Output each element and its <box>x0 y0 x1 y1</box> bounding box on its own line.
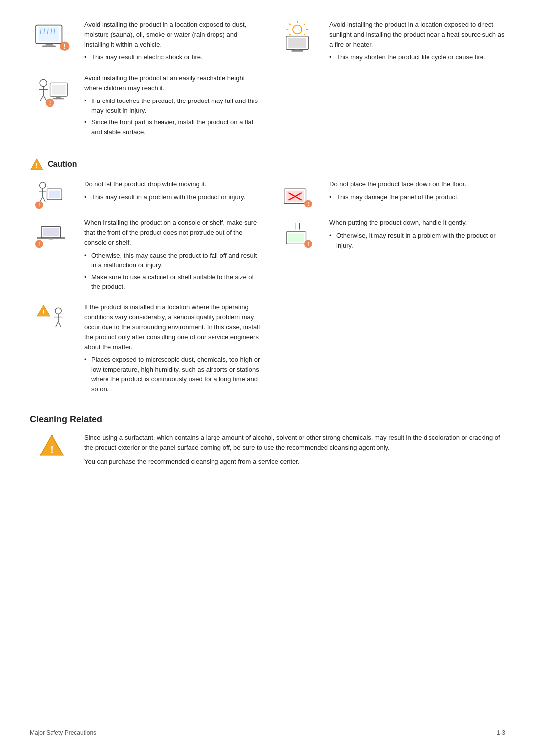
svg-point-22 <box>293 25 302 34</box>
avoid-sunlight-main: Avoid installing the product in a locati… <box>329 20 505 50</box>
svg-rect-8 <box>42 45 56 47</box>
console-icon: ! <box>35 218 69 248</box>
cleaning-block: ! Since using a surfactant, which contai… <box>30 433 505 466</box>
svg-text:!: ! <box>43 309 45 315</box>
top-two-col: ! Avoid installing the product in a loca… <box>30 20 505 148</box>
avoid-sunlight-bullet-0: This may shorten the product life cycle … <box>329 52 505 62</box>
cleaning-icon-area: ! <box>30 433 74 466</box>
operating-text: If the product is installed in a locatio… <box>84 302 260 396</box>
page-content: ! Avoid installing the product in a loca… <box>30 20 505 467</box>
svg-rect-1 <box>38 27 59 41</box>
col-right-top: Avoid installing the product in a locati… <box>275 20 505 148</box>
svg-rect-42 <box>49 191 60 198</box>
avoid-dust-bullet-0: This may result in electric shock or fir… <box>84 52 260 62</box>
avoid-sunlight-icon-area <box>275 20 320 64</box>
svg-text:!: ! <box>64 43 66 50</box>
svg-line-27 <box>289 24 291 25</box>
footer-left: Major Safety Precautions <box>30 729 96 736</box>
face-down-text: Do not place the product face down on th… <box>329 179 505 209</box>
cleaning-main: Since using a surfactant, which contains… <box>84 433 505 453</box>
console-main: When installing the product on a console… <box>84 218 260 248</box>
avoid-children-icon-area: ! <box>30 73 74 139</box>
svg-rect-7 <box>46 44 53 46</box>
svg-line-29 <box>289 34 291 35</box>
console-bullets: Otherwise, this may cause the product to… <box>84 251 260 292</box>
svg-rect-65 <box>288 234 304 243</box>
drop-bullet-0: This may result in a problem with the pr… <box>84 192 260 202</box>
avoid-sunlight-bullets: This may shorten the product life cycle … <box>329 52 505 62</box>
caution-two-col: ! Do not let the product drop while movi… <box>30 179 505 404</box>
svg-line-56 <box>56 321 58 327</box>
avoid-dust-main: Avoid installing the product in a locati… <box>84 20 260 50</box>
face-down-bullet-0: This may damage the panel of the product… <box>329 192 505 202</box>
svg-point-11 <box>40 79 47 86</box>
drop-icon-area: ! <box>30 179 74 209</box>
console-icon-area: ! <box>30 218 74 293</box>
svg-line-14 <box>40 95 43 101</box>
cleaning-extra: You can purchase the recommended cleansi… <box>84 457 505 467</box>
avoid-dust-icon: ! <box>32 20 72 54</box>
operating-main: If the product is installed in a locatio… <box>84 302 260 353</box>
caution-title: Caution <box>48 160 77 169</box>
svg-point-36 <box>40 182 46 188</box>
avoid-sunlight-icon <box>277 20 317 54</box>
avoid-dust-bullets: This may result in electric shock or fir… <box>84 52 260 62</box>
svg-rect-31 <box>288 38 306 48</box>
svg-rect-19 <box>54 98 64 100</box>
svg-text:!: ! <box>307 241 309 247</box>
svg-text:!: ! <box>38 241 40 247</box>
svg-rect-48 <box>49 238 53 240</box>
avoid-sunlight-block: Avoid installing the product in a locati… <box>275 20 505 64</box>
avoid-children-block: ! Avoid installing the product at an eas… <box>30 73 260 139</box>
face-down-main: Do not place the product face down on th… <box>329 179 505 189</box>
drop-block: ! Do not let the product drop while movi… <box>30 179 260 209</box>
gently-text: When putting the product down, handle it… <box>329 218 505 252</box>
avoid-children-bullet-1: Since the front part is heavier, install… <box>84 117 260 137</box>
caution-triangle-icon: ! <box>30 157 44 171</box>
svg-line-57 <box>58 321 61 327</box>
svg-rect-47 <box>43 228 59 236</box>
caution-col-right: ! Do not place the product face down on … <box>275 179 505 404</box>
face-down-bullets: This may damage the panel of the product… <box>329 192 505 202</box>
svg-line-15 <box>43 95 46 101</box>
gently-icon-area: ! <box>275 218 320 252</box>
console-bullet-0: Otherwise, this may cause the product to… <box>84 251 260 270</box>
svg-rect-18 <box>56 96 61 98</box>
col-left-top: ! Avoid installing the product in a loca… <box>30 20 260 148</box>
drop-text: Do not let the product drop while moving… <box>84 179 260 209</box>
svg-line-26 <box>304 34 305 35</box>
face-down-block: ! Do not place the product face down on … <box>275 179 505 209</box>
avoid-children-icon: ! <box>32 73 72 108</box>
svg-rect-33 <box>291 50 303 52</box>
cleaning-warn-icon: ! <box>40 433 64 457</box>
svg-rect-17 <box>52 85 65 95</box>
gently-icon: ! <box>280 218 315 248</box>
svg-text:!: ! <box>38 202 40 208</box>
svg-line-24 <box>304 24 305 25</box>
operating-icon: ! <box>35 302 69 332</box>
console-block: ! When installing the product on a conso… <box>30 218 260 293</box>
avoid-sunlight-text: Avoid installing the product in a locati… <box>329 20 505 64</box>
svg-point-53 <box>55 308 61 314</box>
gently-main: When putting the product down, handle it… <box>329 218 505 228</box>
avoid-children-bullets: If a child touches the product, the prod… <box>84 96 260 137</box>
gently-block: ! When putting the product down, handle … <box>275 218 505 252</box>
caution-header: ! Caution <box>30 157 505 171</box>
svg-line-40 <box>43 197 45 202</box>
footer: Major Safety Precautions 1-3 <box>30 725 505 736</box>
operating-bullets: Places exposed to microscopic dust, chem… <box>84 355 260 394</box>
avoid-children-text: Avoid installing the product at an easil… <box>84 73 260 139</box>
avoid-dust-text: Avoid installing the product in a locati… <box>84 20 260 64</box>
svg-rect-32 <box>295 49 300 50</box>
operating-bullet-0: Places exposed to microscopic dust, chem… <box>84 355 260 394</box>
gently-bullet-0: Otherwise, it may result in a problem wi… <box>329 231 505 250</box>
console-bullet-1: Make sure to use a cabinet or shelf suit… <box>84 272 260 292</box>
console-text: When installing the product on a console… <box>84 218 260 293</box>
drop-main: Do not let the product drop while moving… <box>84 179 260 189</box>
avoid-children-main: Avoid installing the product at an easil… <box>84 73 260 93</box>
face-down-icon: ! <box>280 179 315 209</box>
drop-icon: ! <box>35 179 69 209</box>
avoid-children-bullet-0: If a child touches the product, the prod… <box>84 96 260 115</box>
footer-right: 1-3 <box>497 729 505 736</box>
cleaning-header: Cleaning Related <box>30 414 505 425</box>
